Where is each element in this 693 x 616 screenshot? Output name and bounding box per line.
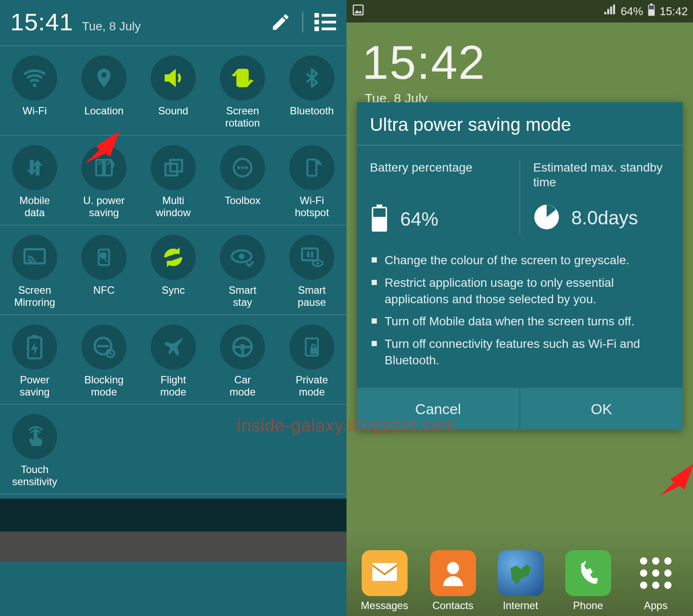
svg-rect-3	[322, 20, 336, 23]
svg-point-47	[652, 558, 659, 565]
svg-rect-24	[311, 251, 314, 257]
battery-icon	[370, 204, 389, 235]
svg-rect-41	[376, 204, 382, 207]
status-bar: 64% 15:42	[346, 0, 693, 23]
toggle-label: Screen rotation	[223, 105, 262, 129]
svg-rect-16	[308, 159, 317, 176]
dialog-screen: 64% 15:42 15:42 Tue, 8 July Ultra power …	[346, 0, 693, 616]
svg-rect-36	[353, 5, 363, 15]
svg-point-33	[240, 344, 246, 350]
toggle-label: Location	[83, 105, 126, 129]
dialog-bullet: Turn off Mobile data when the screen tur…	[370, 313, 670, 330]
toggle-bluetooth[interactable]: Bluetooth	[277, 55, 346, 129]
lockscreen-time: 15:42	[362, 35, 486, 90]
svg-rect-39	[649, 5, 654, 9]
svg-point-13	[237, 166, 240, 169]
toggle-flight-mode[interactable]: Flight mode	[139, 324, 208, 398]
dock-label: Apps	[644, 600, 668, 612]
gallery-status-icon	[352, 3, 365, 19]
edit-icon[interactable]	[270, 12, 291, 32]
toggle-screen-mirroring[interactable]: Screen Mirroring	[0, 235, 69, 308]
toggle-label: Toolbox	[223, 195, 262, 219]
toggle-label: U. power saving	[81, 195, 126, 219]
svg-point-45	[447, 562, 459, 574]
dock-apps[interactable]: Apps	[633, 550, 679, 612]
toggle-smart-stay[interactable]: Smart stay	[208, 235, 277, 308]
svg-point-49	[640, 570, 647, 577]
quick-toggles-grid: Wi-Fi Location Sound Screen rotation Blu…	[0, 46, 346, 494]
list-view-icon[interactable]	[314, 13, 336, 32]
svg-rect-42	[373, 208, 386, 217]
header-time: 15:41	[10, 8, 73, 36]
toggle-wifi[interactable]: Wi-Fi	[0, 55, 69, 129]
toggle-label: Screen Mirroring	[13, 284, 57, 308]
svg-point-21	[239, 253, 245, 259]
toggle-car-mode[interactable]: Car mode	[208, 324, 277, 398]
dock-messages[interactable]: Messages	[361, 550, 408, 612]
toggle-sync[interactable]: Sync	[139, 235, 208, 308]
svg-rect-38	[650, 3, 653, 5]
toggle-label: Wi-Fi hotspot	[293, 195, 331, 219]
dialog-stats: Battery percentage 64% Estimated max. st…	[357, 146, 683, 248]
svg-rect-28	[32, 335, 37, 338]
svg-rect-23	[307, 251, 310, 257]
toggle-label: Mobile data	[18, 195, 52, 219]
toggle-label: Smart pause	[296, 284, 327, 308]
svg-point-6	[33, 84, 37, 88]
svg-point-48	[664, 558, 671, 565]
toggle-label: Private mode	[294, 374, 330, 398]
dock-internet[interactable]: Internet	[498, 550, 544, 612]
toggle-screen-rotation[interactable]: Screen rotation	[208, 55, 277, 129]
toggle-private-mode[interactable]: Private mode	[277, 324, 346, 398]
toggle-power-saving[interactable]: Power saving	[0, 324, 69, 398]
dock-label: Internet	[503, 600, 538, 612]
header-date: Tue, 8 July	[82, 19, 141, 33]
bottom-bar	[0, 532, 346, 562]
dialog-bullet: Turn off connectivity features such as W…	[370, 336, 670, 369]
svg-point-52	[640, 582, 647, 589]
toggle-label: Wi-Fi	[21, 105, 49, 129]
toggle-sound[interactable]: Sound	[139, 55, 208, 129]
svg-rect-4	[314, 26, 319, 31]
toggle-multi-window[interactable]: Multi window	[139, 145, 208, 219]
svg-point-54	[664, 582, 671, 589]
battery-icon	[648, 3, 655, 19]
battery-stat-label: Battery percentage	[370, 160, 511, 191]
svg-rect-1	[322, 14, 336, 16]
toggle-smart-pause[interactable]: Smart pause	[277, 235, 346, 308]
home-dock: Messages Contacts Internet Phone Apps	[346, 529, 693, 616]
toggle-wifi-hotspot[interactable]: Wi-Fi hotspot	[277, 145, 346, 219]
toggle-label: NFC	[91, 284, 116, 308]
toggle-location[interactable]: Location	[69, 55, 139, 129]
toggle-blocking-mode[interactable]: Blocking mode	[69, 324, 139, 398]
svg-point-50	[652, 570, 659, 577]
dialog-bullet: Change the colour of the screen to greys…	[370, 252, 670, 269]
ok-button[interactable]: OK	[520, 389, 683, 430]
toggle-row: Wi-Fi Location Sound Screen rotation Blu…	[0, 46, 346, 136]
battery-percent: 64%	[621, 5, 643, 18]
svg-rect-0	[314, 13, 319, 17]
cancel-button[interactable]: Cancel	[357, 389, 520, 430]
status-time: 15:42	[660, 5, 688, 18]
toggle-toolbox[interactable]: Toolbox	[208, 145, 277, 219]
dock-label: Phone	[573, 600, 603, 612]
divider	[302, 12, 303, 32]
svg-point-53	[652, 582, 659, 589]
toggle-nfc[interactable]: NFC	[69, 235, 139, 308]
toggle-label: Smart stay	[227, 284, 258, 308]
dialog-title: Ultra power saving mode	[357, 102, 683, 146]
toggle-touch-sensitivity[interactable]: Touch sensitivity	[0, 414, 69, 488]
svg-point-26	[316, 262, 319, 264]
dialog-bullets: Change the colour of the screen to greys…	[357, 248, 683, 388]
header-actions	[270, 12, 336, 32]
dock-phone[interactable]: Phone	[565, 550, 611, 612]
dialog-bullet: Restrict application usage to only essen…	[370, 275, 670, 308]
dock-contacts[interactable]: Contacts	[430, 550, 476, 612]
toggle-mobile-data[interactable]: Mobile data	[0, 145, 69, 219]
svg-point-51	[664, 570, 671, 577]
toggle-row: Power saving Blocking mode Flight mode C…	[0, 315, 346, 405]
toggle-label: Flight mode	[159, 374, 188, 398]
brightness-area	[0, 499, 346, 532]
svg-rect-7	[237, 70, 247, 86]
svg-point-46	[640, 558, 647, 565]
